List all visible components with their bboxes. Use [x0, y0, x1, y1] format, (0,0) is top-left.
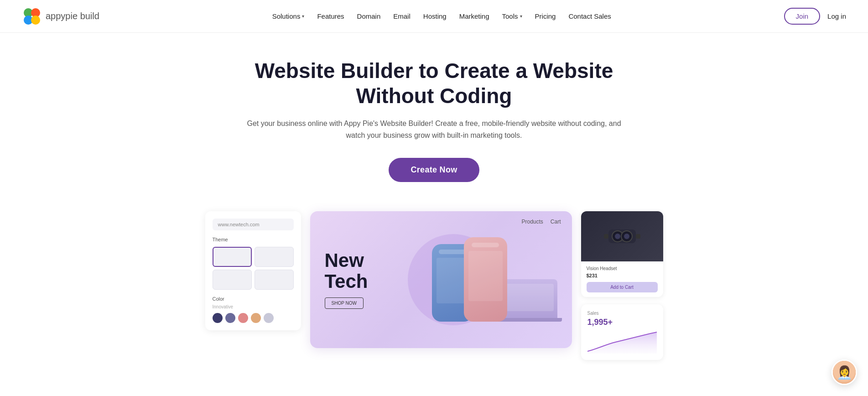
star-1: ★ — [341, 395, 350, 396]
color-swatches — [213, 313, 294, 323]
svg-point-7 — [615, 234, 620, 239]
nav-solutions[interactable]: Solutions ▾ — [272, 12, 305, 20]
nav-tools[interactable]: Tools ▾ — [502, 12, 522, 20]
svg-point-3 — [31, 16, 40, 25]
vr-headset-icon — [604, 223, 640, 250]
theme-label: Theme — [213, 237, 294, 242]
shop-now-button[interactable]: SHOP NOW — [325, 297, 364, 309]
nav-actions: Join Log in — [784, 8, 846, 25]
center-nav-products[interactable]: Products — [521, 219, 543, 225]
theme-option-3[interactable] — [213, 270, 252, 290]
nav-links: Solutions ▾ Features Domain Email Hostin… — [272, 12, 611, 20]
nav-email[interactable]: Email — [393, 12, 411, 20]
svg-rect-10 — [636, 234, 640, 239]
rating-bar: Excellent ★ ★ ★ ★ ★ 4.7 out of 5 stars b… — [0, 382, 868, 396]
product-phones-display — [432, 237, 557, 322]
center-nav: Products Cart — [521, 219, 561, 225]
star-rating: ★ ★ ★ ★ ★ — [341, 395, 392, 396]
nav-features[interactable]: Features — [317, 12, 344, 20]
join-button[interactable]: Join — [784, 8, 821, 25]
center-headline: New Tech SHOP NOW — [325, 250, 368, 309]
headline-line2: Tech — [325, 271, 368, 292]
color-swatch-3[interactable] — [238, 313, 248, 323]
phone-pink — [464, 237, 507, 322]
logo[interactable]: appypie build — [22, 6, 99, 26]
hero-title: Website Builder to Create a Website With… — [247, 58, 621, 109]
product-name: Vision Headset — [587, 266, 658, 271]
product-info: Vision Headset $231 Add to Cart — [581, 261, 663, 297]
hero-subtitle: Get your business online with Appy Pie's… — [238, 118, 630, 141]
star-4: ★ — [373, 395, 382, 396]
color-swatch-5[interactable] — [264, 313, 274, 323]
product-price: $231 — [587, 273, 658, 278]
theme-grid — [213, 247, 294, 290]
headline-line1: New — [325, 250, 364, 271]
star-3: ★ — [362, 395, 371, 396]
theme-option-4[interactable] — [255, 270, 294, 290]
stats-card: Sales 1,995+ — [581, 304, 663, 360]
mockup-center-panel: Products Cart New Tech SHOP NOW — [310, 211, 572, 348]
color-swatch-1[interactable] — [213, 313, 223, 323]
login-button[interactable]: Log in — [827, 12, 846, 20]
color-swatch-2[interactable] — [225, 313, 235, 323]
theme-option-1[interactable] — [213, 247, 252, 267]
tools-caret-icon: ▾ — [520, 14, 522, 19]
url-bar: www.newtech.com — [213, 219, 294, 230]
center-nav-cart[interactable]: Cart — [551, 219, 561, 225]
nav-hosting[interactable]: Hosting — [423, 12, 447, 20]
chat-avatar[interactable]: 👩‍💼 — [832, 360, 857, 385]
solutions-caret-icon: ▾ — [302, 14, 304, 19]
stats-label: Sales — [587, 311, 657, 316]
avatar-face: 👩‍💼 — [833, 361, 856, 384]
mockup-right-panel: Vision Headset $231 Add to Cart Sales 1,… — [581, 211, 663, 360]
sales-chart — [587, 331, 657, 354]
nav-domain[interactable]: Domain — [357, 12, 381, 20]
nav-pricing[interactable]: Pricing — [535, 12, 556, 20]
add-to-cart-button[interactable]: Add to Cart — [587, 282, 658, 292]
logo-text: appypie build — [46, 11, 99, 21]
svg-point-8 — [624, 234, 629, 239]
color-sublabel: Innovative — [213, 304, 294, 309]
nav-marketing[interactable]: Marketing — [459, 12, 489, 20]
star-5: ★ — [383, 395, 392, 396]
theme-option-2[interactable] — [255, 247, 294, 267]
svg-rect-9 — [604, 234, 608, 239]
color-label: Color — [213, 296, 294, 302]
product-card: Vision Headset $231 Add to Cart — [581, 211, 663, 297]
navbar: appypie build Solutions ▾ Features Domai… — [0, 0, 868, 33]
nav-contact[interactable]: Contact Sales — [568, 12, 611, 20]
color-swatch-4[interactable] — [251, 313, 261, 323]
star-2: ★ — [352, 395, 361, 396]
mockup-left-panel: www.newtech.com Theme Color Innovative — [205, 211, 301, 330]
mockup-area: www.newtech.com Theme Color Innovative P… — [183, 197, 685, 382]
create-now-button[interactable]: Create Now — [389, 158, 479, 182]
stats-value: 1,995+ — [587, 318, 657, 327]
product-image — [581, 211, 663, 261]
hero-section: Website Builder to Create a Website With… — [0, 33, 868, 197]
